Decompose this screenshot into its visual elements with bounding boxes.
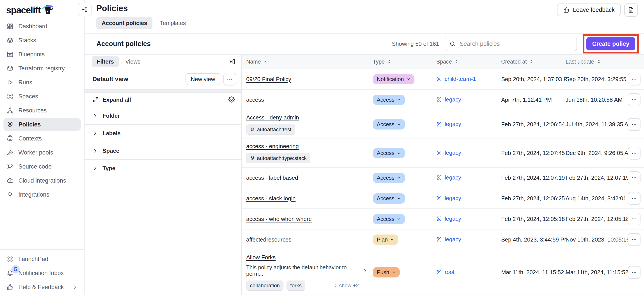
row-menu-button[interactable] [628, 266, 640, 279]
row-menu-button[interactable] [628, 93, 640, 106]
tab-account-policies[interactable]: Account policies [96, 17, 152, 29]
type-badge-notification[interactable]: Notification [373, 74, 414, 84]
last-update-value: Sep 20th, 2024, 3:29:55 P... [566, 76, 628, 83]
type-badge-access[interactable]: Access [373, 148, 405, 158]
type-badge-access[interactable]: Access [373, 173, 405, 183]
sidebar-item-integrations[interactable]: Integrations [4, 188, 80, 201]
filter-section-type[interactable]: Type [84, 160, 242, 177]
policy-name-link[interactable]: Allow Forks [246, 254, 276, 261]
sidebar-item-cloud-integrations[interactable]: Cloud integrations [4, 174, 80, 187]
column-header-created-at[interactable]: Created at [501, 59, 566, 65]
space-link-legacy[interactable]: legacy [436, 149, 461, 156]
type-badge-label: Push [377, 269, 389, 275]
row-menu-button[interactable] [628, 147, 640, 160]
sidebar-item-blueprints[interactable]: Blueprints [4, 48, 80, 61]
create-policy-button[interactable]: Create policy [586, 37, 635, 50]
tag-autoattach-test[interactable]: autoattach:test [246, 125, 295, 135]
policy-name-link[interactable]: affectedresources [246, 236, 291, 243]
policy-name-link[interactable]: access - slack login [246, 195, 296, 202]
sidebar-item-stacks[interactable]: Stacks [4, 34, 80, 47]
policies-icon [6, 121, 14, 128]
policy-description-text: This policy adjusts the default behavior… [246, 264, 360, 277]
type-badge-access[interactable]: Access [373, 214, 405, 224]
sort-asc-icon [263, 59, 268, 64]
type-badge-plan[interactable]: Plan [373, 234, 398, 245]
row-menu-button[interactable] [628, 192, 640, 205]
tag-autoattach-type-stack[interactable]: autoattach:type:stack [246, 153, 310, 163]
expand-description-icon[interactable] [363, 268, 368, 273]
column-header-type[interactable]: Type [373, 59, 436, 65]
sidebar-item-resources[interactable]: Resources [4, 104, 80, 117]
sidebar-item-label: Worker pools [18, 149, 53, 156]
policy-name-link[interactable]: Access - deny admin [246, 114, 299, 121]
type-badge-access[interactable]: Access [373, 193, 405, 204]
type-badge-push[interactable]: Push [373, 267, 400, 277]
policy-name-link[interactable]: access - engineering [246, 143, 299, 150]
show-more-tags[interactable]: show +2 [334, 282, 359, 289]
type-badge-access[interactable]: Access [373, 119, 405, 130]
sidebar-item-launchpad[interactable]: LaunchPad [4, 253, 80, 265]
policy-name-link[interactable]: access - who when where [246, 216, 312, 222]
space-link-legacy[interactable]: legacy [436, 195, 461, 202]
policy-name-cell: affectedresources [246, 232, 373, 247]
space-link-root[interactable]: root [436, 269, 454, 275]
filter-section-space[interactable]: Space [84, 142, 242, 160]
sidebar-item-worker-pools[interactable]: Worker pools [4, 146, 80, 159]
space-icon [436, 216, 442, 222]
sidebar-item-runs[interactable]: Runs [4, 76, 80, 89]
sort-icon [454, 59, 459, 64]
row-menu-button[interactable] [628, 118, 640, 131]
leave-feedback-button[interactable]: Leave feedback [557, 4, 621, 16]
type-badge-access[interactable]: Access [373, 95, 405, 105]
expand-all-label[interactable]: Expand all [102, 96, 131, 103]
row-menu-button[interactable] [628, 171, 640, 184]
row-menu-button[interactable] [628, 73, 640, 86]
resources-icon [6, 107, 14, 114]
filter-section-folder[interactable]: Folder [84, 107, 242, 125]
filter-section-labels[interactable]: Labels [84, 125, 242, 142]
sidebar-item-policies[interactable]: Policies [4, 118, 80, 131]
chevron-down-icon [397, 122, 401, 127]
search-input[interactable] [459, 40, 572, 48]
policy-name-link[interactable]: access - label based [246, 174, 298, 181]
page-title: Policies [96, 4, 638, 13]
spacelift-logo[interactable]: spacelift [0, 0, 84, 16]
policy-name-link[interactable]: 09/20 Final Policy [246, 76, 291, 83]
collapse-sidebar-button[interactable] [78, 3, 92, 16]
space-link-child-team-1[interactable]: child-team-1 [436, 76, 476, 82]
space-link-legacy[interactable]: legacy [436, 174, 461, 181]
view-menu-button[interactable] [224, 73, 236, 86]
sidebar-item-terraform-registry[interactable]: Terraform registry [4, 62, 80, 75]
tab-templates[interactable]: Templates [155, 17, 191, 29]
filters-tab-filters[interactable]: Filters [92, 56, 119, 67]
sidebar-item-dashboard[interactable]: Dashboard [4, 20, 80, 33]
new-view-button[interactable]: New view [186, 73, 220, 85]
tag-collaboration[interactable]: collaboration [246, 280, 284, 290]
collapse-panel-icon[interactable] [229, 58, 236, 65]
expand-all-icon[interactable] [92, 96, 99, 103]
sidebar-item-contexts[interactable]: Contexts [4, 132, 80, 145]
last-update-value: Feb 27th, 2024, 12:05:18 ... [566, 216, 628, 222]
space-link-legacy[interactable]: legacy [436, 215, 461, 222]
column-header-name[interactable]: Name [246, 59, 373, 65]
row-menu-button[interactable] [628, 213, 640, 225]
tag-forks[interactable]: forks [286, 280, 305, 290]
policy-tags: autoattach:test [246, 125, 368, 135]
sidebar-item-help-feedback[interactable]: Help & Feedback [4, 281, 80, 293]
sidebar-item-source-code[interactable]: Source code [4, 160, 80, 173]
sidebar-item-label: Runs [18, 79, 32, 86]
space-link-legacy[interactable]: legacy [436, 96, 461, 103]
row-menu-button[interactable] [628, 233, 640, 246]
column-header-last-update[interactable]: Last update [566, 59, 628, 65]
gear-icon[interactable] [228, 96, 235, 103]
search-box[interactable] [445, 37, 577, 51]
documentation-button[interactable] [624, 3, 638, 17]
column-header-space[interactable]: Space [436, 59, 501, 65]
space-link-legacy[interactable]: legacy [436, 236, 461, 243]
sidebar-item-spaces[interactable]: Spaces [4, 90, 80, 103]
filters-tab-views[interactable]: Views [120, 56, 145, 67]
sidebar-item-notification-inbox[interactable]: 5Notification Inbox [4, 267, 80, 279]
policy-name-link[interactable]: access [246, 96, 264, 103]
magnet-icon [250, 156, 255, 161]
space-link-legacy[interactable]: legacy [436, 121, 461, 128]
